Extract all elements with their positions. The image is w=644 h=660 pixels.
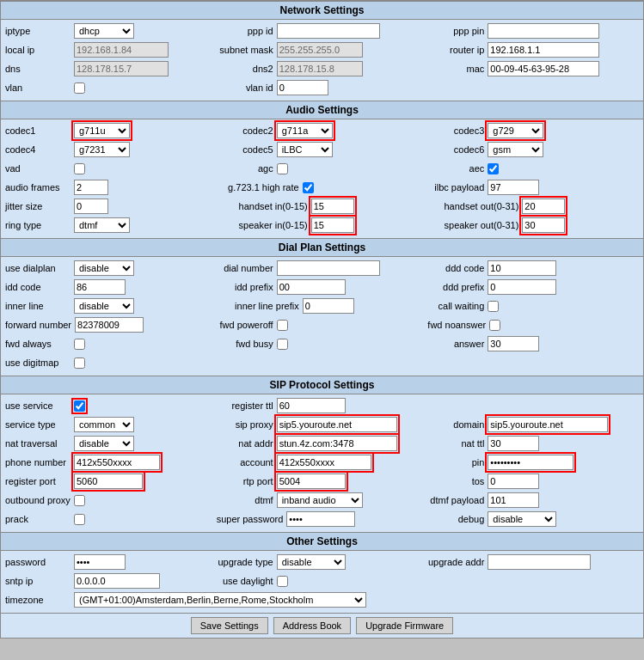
rtp-port-input[interactable] <box>277 474 346 489</box>
save-settings-button[interactable]: Save Settings <box>191 617 268 634</box>
outbound-proxy-label: outbound proxy <box>5 495 74 505</box>
audio-row-1: codec1 g711ug711ag729g7231iLBCgsm codec2… <box>5 122 639 139</box>
address-book-button[interactable]: Address Book <box>273 617 351 634</box>
mac-input[interactable] <box>488 61 599 76</box>
dns-input[interactable] <box>74 61 169 76</box>
speaker-in-input[interactable] <box>311 217 354 233</box>
audio-frames-input[interactable] <box>74 180 108 195</box>
prack-cell: prack <box>5 514 217 525</box>
upgrade-type-label: upgrade type <box>217 557 277 567</box>
use-digitmap-label: use digitmap <box>5 358 74 368</box>
local-ip-input[interactable] <box>74 42 169 58</box>
vlan-checkbox[interactable] <box>74 82 85 94</box>
upgrade-type-select[interactable]: disablehttptftp <box>277 554 346 570</box>
codec2-select[interactable]: g711ug711ag729g7231iLBCgsm <box>277 123 333 138</box>
ppp-pin-input[interactable] <box>488 23 599 39</box>
fwd-busy-label: fwd busy <box>217 339 277 349</box>
idd-prefix-input[interactable] <box>277 279 346 295</box>
sntp-ip-input[interactable] <box>74 573 160 589</box>
handset-in-input[interactable] <box>311 199 354 214</box>
inner-line-prefix-input[interactable] <box>303 298 354 314</box>
sip-proxy-input[interactable] <box>277 417 397 432</box>
ddd-prefix-input[interactable] <box>488 279 556 295</box>
iptype-select[interactable]: dhcpstaticpppoe <box>74 23 134 39</box>
subnet-mask-input[interactable] <box>277 42 363 58</box>
nat-traversal-label: nat traversal <box>5 438 74 449</box>
register-ttl-input[interactable] <box>277 398 346 413</box>
register-port-input[interactable] <box>74 474 143 489</box>
fwd-busy-checkbox[interactable] <box>277 339 288 350</box>
account-label: account <box>217 457 277 468</box>
pin-input[interactable] <box>488 455 573 470</box>
fwd-noanswer-checkbox[interactable] <box>489 320 500 331</box>
nat-traversal-cell: nat traversal disableenablestun <box>5 436 217 451</box>
agc-checkbox[interactable] <box>277 163 288 174</box>
domain-input[interactable] <box>488 417 608 432</box>
nat-traversal-select[interactable]: disableenablestun <box>74 436 134 451</box>
ring-type-select[interactable]: dtmfbell <box>74 217 130 233</box>
super-password-input[interactable] <box>286 511 355 527</box>
prack-checkbox[interactable] <box>74 514 85 525</box>
vad-cell: vad <box>5 163 217 174</box>
codec4-label: codec4 <box>5 144 74 155</box>
password-input[interactable] <box>74 554 126 570</box>
idd-code-input[interactable] <box>74 279 126 295</box>
dns2-input[interactable] <box>277 61 363 76</box>
use-daylight-cell: use daylight <box>217 576 428 587</box>
vlan-label: vlan <box>5 82 74 93</box>
other-row-1: password upgrade type disablehttptftp up… <box>5 553 639 571</box>
dtmf-payload-input[interactable] <box>488 492 539 508</box>
handset-out-input[interactable] <box>522 199 565 214</box>
timezone-select[interactable]: (GMT+01:00)Amsterdam,Berlin,Berne,Rome,S… <box>74 592 366 608</box>
inner-line-select[interactable]: disableenable <box>74 298 134 314</box>
vad-checkbox[interactable] <box>74 163 85 174</box>
dial-number-label: dial number <box>217 263 277 273</box>
fwd-poweroff-checkbox[interactable] <box>277 320 288 331</box>
debug-select[interactable]: disableenable <box>488 511 556 527</box>
vlan-id-input[interactable] <box>277 80 328 95</box>
router-ip-input[interactable] <box>488 42 599 58</box>
account-input[interactable] <box>277 455 371 470</box>
debug-label: debug <box>427 514 488 524</box>
nat-ttl-input[interactable] <box>488 436 539 451</box>
aec-checkbox[interactable] <box>488 163 499 174</box>
dial-number-input[interactable] <box>277 260 380 276</box>
audio-row-5: jitter size handset in(0-15) handset out… <box>5 198 639 215</box>
forward-number-input[interactable] <box>75 317 144 333</box>
service-type-select[interactable]: commoncustom <box>74 417 134 432</box>
codec3-select[interactable]: g711ug711ag729g7231iLBCgsm <box>488 123 543 138</box>
use-digitmap-checkbox[interactable] <box>74 358 85 369</box>
upgrade-firmware-button[interactable]: Upgrade Firmware <box>356 617 453 634</box>
ilbc-payload-input[interactable] <box>488 180 539 195</box>
nat-addr-label: nat addr <box>217 438 277 449</box>
answer-input[interactable] <box>488 336 539 351</box>
register-port-cell: register port <box>5 474 217 489</box>
answer-cell: answer <box>427 336 639 351</box>
sip-row-5: register port rtp port tos <box>5 473 639 490</box>
outbound-proxy-checkbox[interactable] <box>74 495 85 506</box>
codec1-select[interactable]: g711ug711ag729g7231iLBCgsm <box>74 123 130 138</box>
phone-number-input[interactable] <box>74 455 160 470</box>
ppp-id-label: ppp id <box>217 26 277 36</box>
fwd-always-checkbox[interactable] <box>74 339 85 350</box>
domain-cell: domain <box>427 417 639 432</box>
use-dialplan-select[interactable]: disableenable <box>74 260 134 276</box>
forward-number-label: forward number <box>5 320 75 330</box>
ddd-code-input[interactable] <box>488 260 556 276</box>
dtmf-select[interactable]: inband audiorfc2833info <box>277 492 363 508</box>
ppp-id-input[interactable] <box>277 23 380 39</box>
codec4-select[interactable]: g711ug711ag729g7231iLBCgsm <box>74 142 130 157</box>
use-daylight-checkbox[interactable] <box>277 576 288 587</box>
tos-input[interactable] <box>488 474 539 489</box>
upgrade-addr-input[interactable] <box>488 554 591 570</box>
other-content: password upgrade type disablehttptftp up… <box>1 551 643 613</box>
g723-checkbox[interactable] <box>303 182 314 193</box>
jitter-input[interactable] <box>74 199 108 214</box>
sip-row-6: outbound proxy dtmf inband audiorfc2833i… <box>5 492 639 509</box>
speaker-out-input[interactable] <box>522 217 565 233</box>
codec6-select[interactable]: g711ug711ag729g7231iLBCgsm <box>488 142 543 157</box>
nat-addr-input[interactable] <box>277 436 397 451</box>
call-waiting-checkbox[interactable] <box>488 301 499 312</box>
use-service-checkbox[interactable] <box>74 400 85 412</box>
codec5-select[interactable]: g711ug711ag729g7231iLBCgsm <box>277 142 333 157</box>
